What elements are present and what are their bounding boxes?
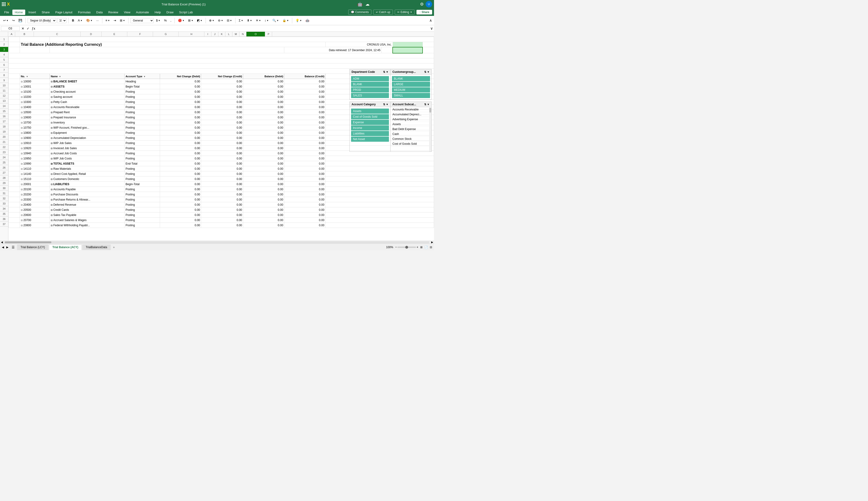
cell-e14[interactable]: 0.00	[160, 105, 201, 110]
row-2[interactable]: 2	[0, 42, 8, 47]
currency-button[interactable]: $ ▼	[155, 18, 162, 23]
format-cells-button[interactable]: ⊟ ▼	[225, 18, 233, 23]
row-1[interactable]: 1	[0, 37, 8, 42]
row-27[interactable]: 27	[0, 170, 8, 175]
account-category-filter-icon[interactable]: ▼	[386, 103, 389, 106]
cell-type-26[interactable]: Posting	[125, 166, 160, 171]
row-25[interactable]: 25	[0, 160, 8, 165]
cg-blank-item[interactable]: BLANK	[392, 76, 430, 81]
table-row-34[interactable]: ⊟20500 ⊟Credit Cards Posting 0.00 0.00 0…	[9, 207, 434, 212]
cell-name-11[interactable]: ⊟Checking account	[50, 89, 125, 94]
cell-a12[interactable]	[9, 94, 20, 99]
cell-g17[interactable]: 0.00	[243, 120, 284, 125]
redo-button[interactable]: ↪	[11, 18, 16, 23]
cell-f15[interactable]: 0.00	[201, 110, 243, 115]
cell-no-33[interactable]: ⊟20400	[20, 202, 50, 207]
cell-a22[interactable]	[9, 146, 20, 151]
cell-name-26[interactable]: ⊟Raw Materials	[50, 166, 125, 171]
cell-name-28[interactable]: ⊟Customers Domestic	[50, 177, 125, 182]
menu-data[interactable]: Data	[94, 10, 105, 15]
cell-g20[interactable]: 0.00	[243, 136, 284, 140]
menu-script-lab[interactable]: Script Lab	[177, 10, 195, 15]
cell-p2[interactable]	[423, 42, 434, 47]
quick-save-button[interactable]: 💾	[17, 18, 24, 23]
cell-h33[interactable]: 0.00	[284, 202, 325, 207]
cell-e13[interactable]: 0.00	[160, 99, 201, 105]
cell-name-35[interactable]: ⊟Sales Tax Payable	[50, 212, 125, 217]
cell-e36[interactable]: 0.00	[160, 217, 201, 223]
row-22[interactable]: 22	[0, 145, 8, 150]
cell-name-29[interactable]: ⊟LIABILITIES	[50, 182, 125, 187]
cell-a34[interactable]	[9, 207, 20, 212]
cell-g9[interactable]: 0.00	[243, 79, 284, 84]
col-net-credit-header[interactable]: Net Change (Credit)	[201, 74, 243, 79]
subcat-common-stock-item[interactable]: Common Stock	[391, 137, 432, 141]
expand-9[interactable]: ⊟	[21, 80, 23, 83]
cell-e24[interactable]: 0.00	[160, 156, 201, 161]
table-row-35[interactable]: ⊟20600 ⊟Sales Tax Payable Posting 0.00 0…	[9, 212, 434, 217]
cell-f36[interactable]: 0.00	[201, 217, 243, 223]
cell-g25[interactable]: 0.00	[243, 161, 284, 166]
tab-trial-balance-data[interactable]: TrialBalanceData	[82, 244, 111, 250]
cell-a24[interactable]	[9, 156, 20, 161]
row-33[interactable]: 33	[0, 201, 8, 206]
cell-name-16[interactable]: ⊟Prepaid Insurance	[50, 115, 125, 120]
cat-assets-item[interactable]: Assets	[351, 108, 389, 114]
cell-f14[interactable]: 0.00	[201, 105, 243, 110]
cell-g35[interactable]: 0.00	[243, 212, 284, 217]
cell-b3[interactable]	[20, 47, 50, 53]
row-29[interactable]: 29	[0, 180, 8, 185]
cell-a8[interactable]	[9, 74, 20, 79]
cell-f17[interactable]: 0.00	[201, 120, 243, 125]
font-color-button[interactable]: A ▼	[76, 18, 84, 23]
percent-button[interactable]: %	[162, 18, 168, 23]
subcat-cogs-item[interactable]: Cost of Goods Sold	[391, 141, 432, 146]
cell-g23[interactable]: 0.00	[243, 151, 284, 156]
col-bal-debit-header[interactable]: Balance (Debit)	[243, 74, 284, 79]
row-13[interactable]: 13	[0, 98, 8, 104]
col-type-header[interactable]: Account Type ▼	[125, 74, 160, 79]
cell-no-11[interactable]: ⊟10100	[20, 89, 50, 94]
cell-g26[interactable]: 0.00	[243, 166, 284, 171]
cell-a35[interactable]	[9, 212, 20, 217]
editing-button[interactable]: ✏ Editing ▼	[395, 10, 415, 15]
subcat-ar-item[interactable]: Accounts Receivable	[391, 107, 432, 112]
cell-a31[interactable]	[9, 192, 20, 197]
comments-button[interactable]: 💬 Comments	[348, 10, 371, 15]
collapse-toolbar-icon[interactable]: ∧	[429, 19, 432, 22]
subcat-bad-debt-item[interactable]: Bad Debt Expense	[391, 127, 432, 132]
align-button[interactable]: ≡ ▼	[104, 18, 112, 23]
confirm-formula-button[interactable]: ✓	[26, 26, 30, 31]
account-subcat-filter-icon[interactable]: ▼	[427, 103, 430, 106]
subcat-scroll-thumb[interactable]	[429, 108, 431, 113]
row-3[interactable]: 3	[0, 47, 8, 52]
cell-e10[interactable]: 0.00	[160, 84, 201, 89]
cell-e31[interactable]: 0.00	[160, 192, 201, 197]
cell-rest-28[interactable]	[325, 177, 434, 182]
cell-h36[interactable]: 0.00	[284, 217, 325, 223]
cell-a13[interactable]	[9, 99, 20, 105]
cell-e35[interactable]: 0.00	[160, 212, 201, 217]
cell-f37[interactable]: 0.00	[201, 223, 243, 228]
dept-adm-item[interactable]: ADM	[351, 76, 389, 81]
row-30[interactable]: 30	[0, 185, 8, 191]
row-23[interactable]: 23	[0, 150, 8, 155]
cell-type-13[interactable]: Posting	[125, 99, 160, 105]
cell-h11[interactable]: 0.00	[284, 89, 325, 94]
tab-trial-balance-lcy[interactable]: Trial Balance (LCY)	[17, 244, 48, 250]
row-36[interactable]: 36	[0, 216, 8, 222]
table-row-33[interactable]: ⊟20400 ⊟Deferred Revenue Posting 0.00 0.…	[9, 202, 434, 207]
cell-e32[interactable]: 0.00	[160, 197, 201, 202]
font-selector[interactable]: Segoe UI (Body)	[28, 18, 56, 23]
cell-no-34[interactable]: ⊟20500	[20, 207, 50, 212]
cell-rest-36[interactable]	[325, 217, 434, 223]
zoom-in-btn[interactable]: +	[416, 245, 419, 249]
col-bal-credit-header[interactable]: Balance (Credit)	[284, 74, 325, 79]
menu-formulas[interactable]: Formulas	[76, 10, 93, 15]
cell-a30[interactable]	[9, 187, 20, 192]
cell-f35[interactable]: 0.00	[201, 212, 243, 217]
col-net-debit-header[interactable]: Net Change (Debit)	[160, 74, 201, 79]
cell-e28[interactable]: 0.00	[160, 177, 201, 182]
copilot-button[interactable]: 🤖	[304, 18, 311, 23]
table-row-29[interactable]: ⊟20001 ⊟LIABILITIES Begin-Total 0.00 0.0…	[9, 182, 434, 187]
